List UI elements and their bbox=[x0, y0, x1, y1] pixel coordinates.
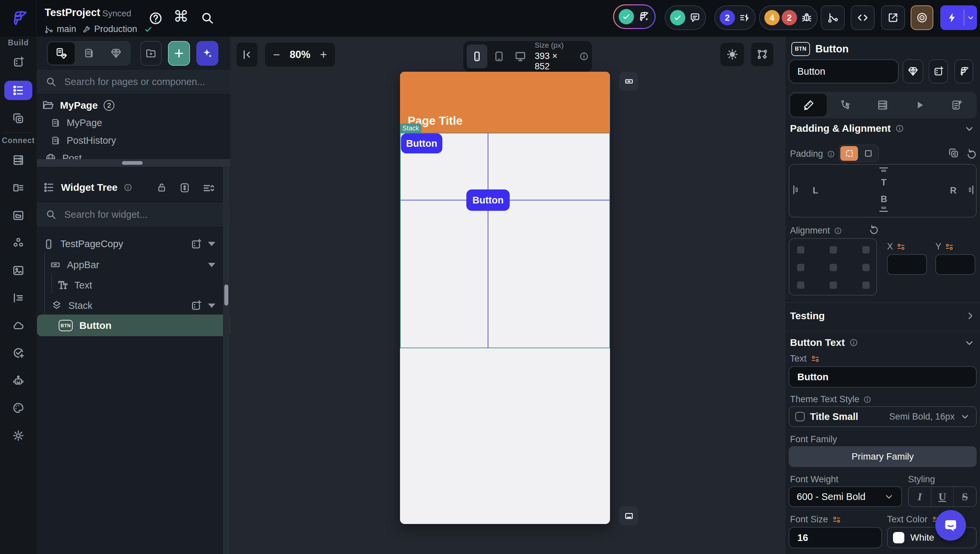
align-center-left[interactable] bbox=[797, 264, 804, 271]
rail-item-ai-agents[interactable] bbox=[4, 371, 32, 390]
zoom-in-button[interactable]: + bbox=[320, 48, 327, 62]
stack-widget[interactable]: Button Button bbox=[400, 133, 610, 348]
rail-item-settings[interactable] bbox=[4, 426, 32, 445]
align-center-right[interactable] bbox=[862, 264, 870, 271]
button-widget-selected[interactable]: Button bbox=[466, 190, 510, 211]
italic-toggle[interactable]: I bbox=[908, 487, 931, 506]
section-chevron-icon[interactable] bbox=[964, 337, 975, 348]
intercom-chat-button[interactable] bbox=[935, 510, 966, 541]
run-split-button[interactable] bbox=[940, 5, 977, 30]
tab-documentation[interactable] bbox=[939, 94, 975, 117]
align-x-field[interactable] bbox=[887, 254, 927, 275]
font-weight-dropdown[interactable]: 600 - Semi Bold bbox=[789, 486, 902, 507]
align-top-left[interactable] bbox=[797, 246, 804, 254]
page-list-item[interactable]: MyPage bbox=[50, 116, 102, 130]
tree-node-appbar[interactable]: AppBar bbox=[50, 257, 225, 273]
navbar-shortcut-button[interactable] bbox=[619, 506, 638, 525]
padding-top-value[interactable]: T bbox=[881, 177, 887, 188]
zoom-out-button[interactable]: − bbox=[273, 48, 280, 62]
padding-mode-all[interactable] bbox=[859, 146, 877, 161]
ff-docs-button[interactable] bbox=[955, 59, 973, 83]
align-bottom-left[interactable] bbox=[797, 281, 804, 289]
set-from-variable-icon[interactable] bbox=[832, 515, 842, 524]
tree-scrollbar-thumb[interactable] bbox=[224, 284, 228, 305]
align-bottom-center[interactable] bbox=[830, 281, 837, 289]
info-icon[interactable] bbox=[827, 150, 835, 158]
padding-top-icon[interactable] bbox=[879, 168, 888, 168]
section-chevron-icon[interactable] bbox=[964, 123, 975, 134]
new-folder-button[interactable] bbox=[140, 41, 162, 66]
copy-padding-icon[interactable] bbox=[948, 147, 959, 159]
tree-node-stack[interactable]: Stack bbox=[51, 297, 225, 313]
chevron-down-icon[interactable] bbox=[208, 263, 215, 267]
filter-components-tab[interactable] bbox=[103, 42, 129, 64]
size-value[interactable]: 393 × 852 bbox=[535, 51, 573, 72]
widget-search-input[interactable] bbox=[64, 209, 230, 220]
rail-item-database[interactable] bbox=[4, 150, 32, 170]
share-button[interactable] bbox=[881, 5, 905, 30]
panel-resize-handle[interactable] bbox=[37, 159, 230, 167]
padding-left-icon[interactable] bbox=[793, 185, 794, 194]
info-icon[interactable] bbox=[863, 396, 871, 404]
app-logo-icon[interactable] bbox=[10, 9, 29, 28]
light-dark-toggle[interactable] bbox=[720, 43, 744, 66]
appbar-shortcut-button[interactable] bbox=[619, 72, 638, 91]
info-icon[interactable] bbox=[124, 183, 132, 192]
rail-item-widget-palette[interactable] bbox=[4, 53, 32, 72]
run-chevron-icon[interactable] bbox=[964, 14, 977, 22]
info-icon[interactable] bbox=[850, 338, 858, 347]
ai-page-gen-button[interactable] bbox=[196, 41, 218, 66]
testing-chevron-icon[interactable] bbox=[965, 311, 975, 321]
filter-all-tab[interactable] bbox=[48, 42, 75, 64]
underline-toggle[interactable]: U bbox=[931, 487, 954, 506]
collapse-all-icon[interactable] bbox=[202, 182, 214, 194]
chevron-down-icon[interactable] bbox=[208, 242, 215, 246]
page-folder-row[interactable]: MyPage 2 bbox=[42, 98, 115, 112]
align-top-center[interactable] bbox=[830, 246, 837, 254]
filter-pages-tab[interactable] bbox=[75, 42, 102, 64]
actions-status-pill[interactable]: 2 bbox=[714, 5, 756, 30]
command-menu-button[interactable]: ⌘ bbox=[173, 7, 189, 26]
expand-tree-icon[interactable] bbox=[179, 182, 190, 193]
button-widget-top[interactable]: Button bbox=[401, 133, 442, 153]
align-y-input[interactable] bbox=[943, 259, 967, 270]
tab-animations[interactable] bbox=[902, 94, 938, 117]
device-desktop-button[interactable] bbox=[511, 45, 530, 69]
testing-section-header[interactable]: Testing bbox=[790, 310, 825, 321]
design-canvas[interactable]: − 80% + Size (px) 393 × 852 Page Title S… bbox=[230, 37, 785, 554]
rail-item-automations[interactable] bbox=[4, 288, 32, 308]
rail-item-components[interactable] bbox=[4, 109, 32, 128]
color-swatch[interactable] bbox=[893, 532, 904, 543]
add-widget-icon[interactable] bbox=[190, 300, 202, 311]
tab-backend[interactable] bbox=[864, 94, 900, 117]
tab-properties[interactable] bbox=[790, 94, 827, 117]
tab-actions[interactable] bbox=[827, 94, 864, 117]
padding-bottom-value[interactable]: B bbox=[881, 194, 887, 204]
help-button[interactable] bbox=[149, 11, 163, 26]
run-bolt-icon[interactable] bbox=[940, 12, 964, 23]
page-list-item[interactable]: Post bbox=[45, 151, 82, 159]
font-size-field[interactable] bbox=[789, 527, 882, 548]
add-widget-icon[interactable] bbox=[190, 238, 202, 250]
padding-mode-individual[interactable] bbox=[840, 146, 858, 161]
add-page-button[interactable] bbox=[168, 41, 190, 66]
phone-preview[interactable]: Page Title Stack Button Button bbox=[400, 72, 610, 524]
branch-name[interactable]: main bbox=[57, 24, 76, 34]
widget-name-field[interactable] bbox=[789, 59, 899, 83]
tree-node-page[interactable]: TestPageCopy bbox=[43, 235, 225, 253]
tree-node-button-selected[interactable]: BTN Button bbox=[37, 315, 230, 336]
rail-item-theme[interactable] bbox=[4, 398, 32, 418]
tree-node-text[interactable]: Text bbox=[57, 277, 225, 294]
padding-right-value[interactable]: R bbox=[950, 185, 957, 196]
info-icon[interactable] bbox=[834, 227, 842, 235]
strikethrough-toggle[interactable]: S bbox=[954, 487, 976, 506]
pages-search-input[interactable] bbox=[64, 76, 230, 88]
set-from-variable-icon[interactable] bbox=[945, 242, 954, 251]
lock-icon[interactable] bbox=[156, 182, 167, 193]
branching-button[interactable] bbox=[821, 5, 845, 30]
issues-status-pill[interactable]: 4 2 bbox=[759, 5, 818, 30]
resize-grip[interactable] bbox=[122, 161, 143, 165]
stack-selection-tag[interactable]: Stack bbox=[400, 123, 422, 133]
widget-name-input[interactable] bbox=[797, 66, 891, 77]
info-icon[interactable] bbox=[895, 124, 904, 133]
